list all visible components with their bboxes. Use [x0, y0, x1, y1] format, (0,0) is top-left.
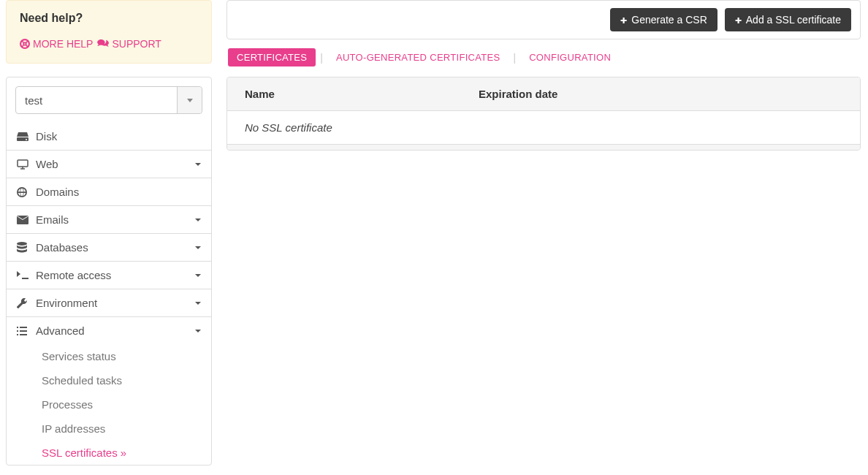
sidebar-item-label: Emails	[36, 213, 186, 226]
svg-rect-5	[20, 330, 27, 332]
terminal-icon	[17, 271, 28, 280]
svg-rect-7	[20, 334, 27, 335]
sidebar-item-label: Remote access	[36, 269, 186, 281]
sidebar-item-label: Databases	[36, 241, 186, 254]
chevron-down-icon	[195, 302, 201, 305]
subnav-scheduled-tasks[interactable]: Scheduled tasks	[7, 368, 211, 392]
more-help-link[interactable]: MORE HELP	[20, 38, 93, 50]
wrench-icon	[17, 298, 28, 308]
sidebar-panel: test Disk Web	[6, 77, 212, 466]
globe-icon	[17, 187, 28, 197]
sidebar-item-disk[interactable]: Disk	[7, 123, 211, 150]
sidebar-item-domains[interactable]: Domains	[7, 178, 211, 205]
desktop-icon	[17, 159, 28, 170]
chevron-down-icon	[195, 163, 201, 166]
svg-rect-0	[18, 160, 28, 167]
sidebar-item-advanced[interactable]: Advanced	[7, 316, 211, 344]
sidebar-item-environment[interactable]: Environment	[7, 289, 211, 316]
envelope-icon	[17, 216, 28, 224]
plus-icon	[735, 14, 742, 26]
database-icon	[17, 242, 28, 254]
chevron-down-icon	[177, 87, 202, 113]
tab-separator: |	[514, 52, 517, 64]
sidebar-item-remote-access[interactable]: Remote access	[7, 261, 211, 289]
tab-separator: |	[320, 52, 323, 64]
help-panel: Need help? MORE HELP SUPPORT	[6, 0, 212, 64]
sidebar-item-web[interactable]: Web	[7, 150, 211, 178]
sidebar-item-label: Environment	[36, 297, 186, 309]
sidebar-item-label: Domains	[36, 186, 201, 198]
sidebar-item-label: Advanced	[36, 324, 186, 337]
table-footer	[227, 144, 860, 150]
subnav-services-status[interactable]: Services status	[7, 344, 211, 368]
svg-rect-6	[17, 334, 18, 335]
hdd-icon	[17, 132, 28, 142]
svg-rect-4	[17, 330, 18, 332]
help-title: Need help?	[20, 12, 198, 25]
add-ssl-label: Add a SSL certificate	[746, 14, 841, 26]
life-ring-icon	[20, 39, 30, 49]
support-link[interactable]: SUPPORT	[97, 38, 161, 50]
toolbar: Generate a CSR Add a SSL certificate	[226, 0, 861, 39]
tab-certificates[interactable]: CERTIFICATES	[228, 48, 316, 66]
more-help-label: MORE HELP	[33, 38, 93, 50]
chevron-down-icon	[195, 218, 201, 221]
table-header: Name Expiration date	[227, 77, 860, 111]
svg-rect-2	[17, 327, 18, 328]
subnav-ssl-certificates[interactable]: SSL certificates »	[7, 441, 211, 465]
col-name-header: Name	[245, 88, 479, 100]
svg-rect-3	[20, 327, 27, 328]
comments-icon	[97, 39, 109, 49]
subnav-ip-addresses[interactable]: IP addresses	[7, 417, 211, 441]
chevron-down-icon	[195, 330, 201, 332]
sidebar-item-databases[interactable]: Databases	[7, 233, 211, 261]
account-select[interactable]: test	[15, 86, 202, 114]
add-ssl-button[interactable]: Add a SSL certificate	[725, 8, 851, 31]
chevron-down-icon	[195, 246, 201, 249]
account-select-value: test	[16, 87, 177, 113]
subnav-processes[interactable]: Processes	[7, 392, 211, 417]
empty-message: No SSL certificate	[227, 111, 860, 144]
generate-csr-button[interactable]: Generate a CSR	[610, 8, 717, 31]
list-icon	[17, 327, 28, 335]
sidebar-item-emails[interactable]: Emails	[7, 205, 211, 233]
tab-configuration[interactable]: CONFIGURATION	[520, 48, 620, 66]
chevron-down-icon	[195, 274, 201, 277]
generate-csr-label: Generate a CSR	[631, 14, 707, 26]
plus-icon	[620, 14, 627, 26]
tabs: CERTIFICATES | AUTO-GENERATED CERTIFICAT…	[226, 48, 861, 66]
sidebar-item-label: Disk	[36, 130, 201, 142]
svg-point-1	[17, 242, 27, 246]
col-expiration-header: Expiration date	[479, 88, 842, 100]
certificates-table: Name Expiration date No SSL certificate	[226, 77, 861, 151]
sidebar-item-label: Web	[36, 158, 186, 170]
support-label: SUPPORT	[112, 38, 161, 50]
tab-auto-generated[interactable]: AUTO-GENERATED CERTIFICATES	[327, 48, 509, 66]
